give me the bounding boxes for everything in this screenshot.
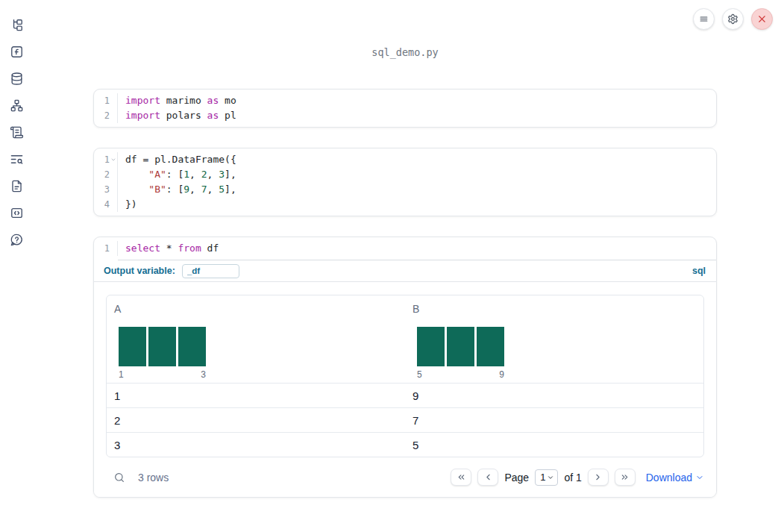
- line-number: 4: [94, 197, 118, 212]
- table-row[interactable]: 35: [107, 432, 703, 457]
- page-label: Page: [504, 472, 529, 484]
- line-number: 1: [94, 152, 118, 167]
- settings-gear-icon[interactable]: [722, 8, 744, 30]
- chevron-down-icon: [547, 474, 554, 481]
- line-number: 2: [94, 108, 118, 123]
- code-text: select * from df: [118, 241, 219, 256]
- sql-cell[interactable]: 1select * from df Output variable: sql A…: [93, 237, 717, 498]
- table-cell: 9: [405, 389, 703, 402]
- dataframe-table: A13B59 192735: [106, 295, 704, 457]
- code-line[interactable]: 2 "A": [1, 2, 3],: [94, 167, 716, 182]
- page-of-label: of 1: [564, 472, 581, 484]
- column-name: A: [114, 303, 398, 315]
- table-cell: 2: [107, 414, 405, 427]
- code-text: import marimo as mo: [118, 93, 236, 108]
- code-cell-imports[interactable]: 1import marimo as mo2import polars as pl: [93, 89, 717, 128]
- code-cell-dataframe[interactable]: 1df = pl.DataFrame({2 "A": [1, 2, 3],3 "…: [93, 148, 717, 216]
- column-header[interactable]: A13: [107, 295, 405, 383]
- notebook-main: sql_demo.py 1import marimo as mo2import …: [93, 0, 717, 498]
- language-badge: sql: [692, 266, 706, 276]
- code-text: import polars as pl: [118, 108, 236, 123]
- page-select-value: 1: [540, 472, 545, 483]
- sql-editor[interactable]: 1select * from df: [94, 237, 716, 260]
- histogram-bar: [477, 327, 504, 366]
- table-row[interactable]: 19: [107, 383, 703, 407]
- code-line[interactable]: 3 "B": [9, 7, 5],: [94, 182, 716, 197]
- code-snippets-icon[interactable]: [7, 204, 25, 222]
- dependency-graph-icon[interactable]: [7, 96, 25, 114]
- histogram-bar: [148, 327, 176, 366]
- next-page-button[interactable]: [588, 469, 609, 486]
- function-square-icon[interactable]: [7, 43, 25, 60]
- histogram-bar: [119, 327, 146, 366]
- page-select[interactable]: 1: [535, 469, 558, 486]
- table-row[interactable]: 27: [107, 407, 703, 432]
- notebook-filename: sql_demo.py: [93, 46, 717, 58]
- histogram-bar: [178, 327, 206, 366]
- code-line[interactable]: 1import marimo as mo: [94, 93, 716, 108]
- chevron-down-icon: [695, 473, 704, 482]
- code-line[interactable]: 1df = pl.DataFrame({: [94, 152, 716, 167]
- line-number: 2: [94, 167, 118, 182]
- file-tree-icon[interactable]: [7, 16, 25, 34]
- download-label: Download: [646, 472, 692, 484]
- line-number: 1: [94, 93, 118, 108]
- search-icon[interactable]: [113, 471, 126, 484]
- column-histogram: 59: [417, 327, 504, 380]
- code-text: "A": [1, 2, 3],: [118, 167, 236, 182]
- column-name: B: [412, 303, 696, 315]
- column-histogram: 13: [119, 327, 206, 380]
- first-page-button[interactable]: [451, 469, 471, 486]
- table-cell: 1: [107, 389, 405, 402]
- scroll-logs-icon[interactable]: [7, 123, 25, 141]
- table-footer: 3 rows Page 1 of 1: [106, 457, 704, 497]
- text-search-icon[interactable]: [7, 150, 25, 168]
- table-header: A13B59: [107, 295, 703, 383]
- code-text: }): [118, 197, 137, 212]
- table-body: 192735: [107, 383, 703, 457]
- histogram-bar: [417, 327, 445, 366]
- line-number: 3: [94, 182, 118, 197]
- download-button[interactable]: Download: [646, 472, 704, 484]
- close-icon[interactable]: [751, 8, 773, 30]
- output-variable-label: Output variable:: [104, 266, 175, 276]
- help-chat-icon[interactable]: [7, 231, 25, 248]
- fold-chevron-icon[interactable]: [110, 155, 117, 164]
- code-text: "B": [9, 7, 5],: [118, 182, 236, 197]
- table-cell: 3: [107, 439, 405, 451]
- output-variable-input[interactable]: [182, 264, 239, 278]
- code-text: df = pl.DataFrame({: [118, 152, 236, 167]
- prev-page-button[interactable]: [477, 469, 498, 486]
- row-count: 3 rows: [138, 472, 169, 484]
- code-line[interactable]: 4}): [94, 197, 716, 212]
- line-number: 1: [94, 241, 118, 256]
- code-line[interactable]: 2import polars as pl: [94, 108, 716, 123]
- code-editor[interactable]: 1df = pl.DataFrame({2 "A": [1, 2, 3],3 "…: [94, 148, 716, 216]
- cell-output: A13B59 192735 3 rows Page 1: [94, 282, 716, 497]
- table-cell: 5: [405, 439, 703, 451]
- pagination: Page 1 of 1 Download: [451, 469, 704, 486]
- histogram-bar: [447, 327, 474, 366]
- code-line[interactable]: 1select * from df: [94, 241, 716, 256]
- database-icon[interactable]: [7, 69, 25, 87]
- output-variable-row: Output variable: sql: [94, 260, 716, 282]
- document-icon[interactable]: [7, 177, 25, 195]
- code-editor[interactable]: 1import marimo as mo2import polars as pl: [94, 90, 716, 127]
- last-page-button[interactable]: [615, 469, 636, 486]
- column-header[interactable]: B59: [405, 295, 703, 383]
- helper-sidebar: [0, 0, 33, 532]
- table-cell: 7: [405, 414, 703, 427]
- histogram-axis: 13: [119, 369, 206, 380]
- histogram-axis: 59: [417, 369, 504, 380]
